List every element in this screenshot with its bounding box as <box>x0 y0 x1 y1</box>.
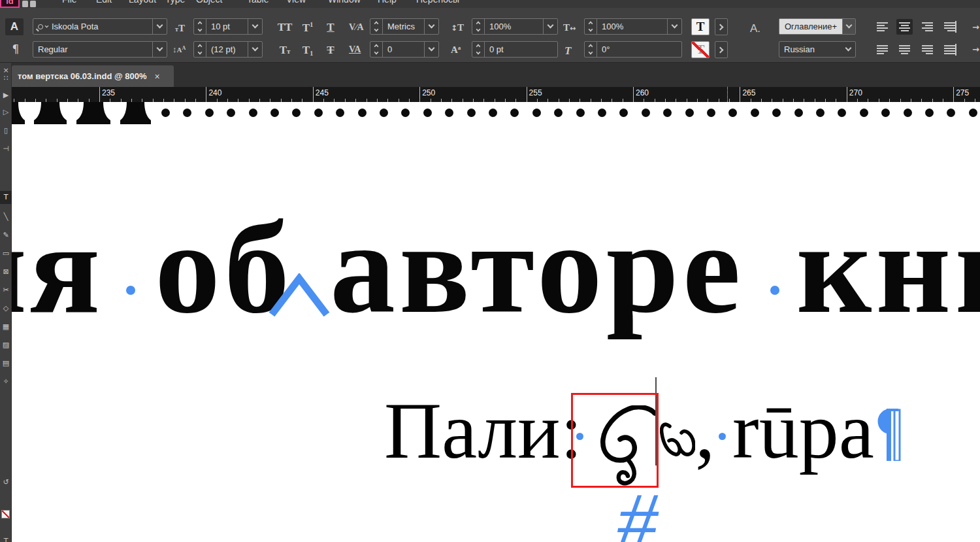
font-family-combo[interactable]: Iskoola Pota <box>33 18 167 35</box>
note-tool-icon[interactable]: ▤ <box>0 357 12 370</box>
font-style-dropdown[interactable] <box>152 42 167 57</box>
tracking-value[interactable]: 0 <box>387 44 392 54</box>
font-size-field[interactable]: 10 pt <box>193 18 263 35</box>
vertical-scale-dropdown[interactable] <box>543 19 557 34</box>
vertical-scale-value[interactable]: 100% <box>489 22 511 31</box>
baseline-shift-field[interactable]: 0 pt <box>472 41 558 58</box>
page-tool-icon[interactable]: ▯ <box>0 124 12 137</box>
kerning-field[interactable]: Metrics <box>370 18 439 35</box>
direct-selection-tool-icon[interactable]: ▷ <box>0 106 12 119</box>
font-family-dropdown[interactable] <box>152 19 167 34</box>
menu-help[interactable]: Help <box>378 0 397 5</box>
character-formatting-toggle[interactable]: A <box>5 18 24 35</box>
selection-tool-icon[interactable]: ▶ <box>0 89 12 102</box>
align-left-button[interactable] <box>874 19 890 35</box>
menu-переносы[interactable]: Переносы <box>416 0 459 5</box>
align-right-button[interactable] <box>919 19 936 35</box>
skew-field[interactable]: 0° <box>584 41 682 58</box>
justify-right-button[interactable] <box>919 42 936 58</box>
leader-dot <box>904 109 912 117</box>
menu-table[interactable]: Table <box>247 0 269 5</box>
type-tool-bottom-icon[interactable]: T <box>0 535 12 542</box>
tracking-field[interactable]: 0 <box>370 41 439 58</box>
leader-dot <box>969 109 977 117</box>
skew-stepper[interactable] <box>585 42 596 57</box>
text-fill-color-button[interactable]: T <box>691 18 710 35</box>
underline-button[interactable]: T <box>324 21 337 34</box>
vertical-scale-field[interactable]: 100% <box>472 18 558 35</box>
paragraph-style-value: Оглавление+ <box>779 19 842 34</box>
pen-tool-icon[interactable]: ✎ <box>0 229 12 242</box>
type-tool-icon[interactable]: T <box>0 191 12 204</box>
kerning-stepper[interactable] <box>370 19 382 34</box>
text-stroke-color-button[interactable]: T <box>691 41 710 58</box>
language-combo[interactable]: Russian <box>779 41 856 58</box>
menu-type[interactable]: Type <box>165 0 185 5</box>
horizontal-scale-field[interactable]: 100% <box>584 18 682 35</box>
justify-center-button[interactable] <box>896 42 913 58</box>
document-tab[interactable]: том вертска 06.03.indd @ 800% × <box>12 65 174 87</box>
leading-field[interactable]: (12 pt) <box>193 41 263 58</box>
gap-tool-icon[interactable]: ⊣ <box>0 143 12 156</box>
strikethrough-button[interactable]: T <box>324 44 337 57</box>
menu-file[interactable]: File <box>62 0 77 5</box>
indent-first-icon[interactable]: → <box>972 44 979 54</box>
all-caps-button[interactable]: TT <box>276 21 294 34</box>
kerning-dropdown[interactable] <box>424 19 438 34</box>
horizontal-scale-value[interactable]: 100% <box>602 22 623 31</box>
skew-value[interactable]: 0° <box>602 44 610 54</box>
font-style-combo[interactable]: Regular <box>33 41 167 58</box>
leading-value[interactable]: (12 pt) <box>211 44 236 54</box>
kerning-value[interactable]: Metrics <box>387 22 415 31</box>
menu-window[interactable]: Window <box>328 0 361 5</box>
fill-expand-button[interactable] <box>715 18 728 35</box>
rectangle-tool-icon[interactable]: ⊠ <box>0 265 12 279</box>
justify-left-button[interactable] <box>874 42 890 58</box>
horizontal-scale-dropdown[interactable] <box>667 19 681 34</box>
menu-edit[interactable]: Edit <box>96 0 112 5</box>
justify-all-button[interactable] <box>941 42 958 58</box>
font-family-value[interactable]: Iskoola Pota <box>52 22 99 31</box>
rotate-view-icon[interactable]: ↺ <box>0 476 12 489</box>
free-transform-tool-icon[interactable]: ◇ <box>0 302 12 315</box>
document-canvas[interactable]: и я об авторе кни Пали: , rūpa # <box>12 102 980 542</box>
gradient-feather-tool-icon[interactable]: ▨ <box>0 339 12 352</box>
menu-layout[interactable]: Layout <box>129 0 156 5</box>
superscript-button[interactable]: T1 <box>300 21 316 35</box>
align-last-right-button[interactable] <box>941 19 958 35</box>
gradient-tool-icon[interactable]: ▦ <box>0 320 12 333</box>
menu-object[interactable]: Object <box>196 0 222 5</box>
paragraph-style-combo[interactable]: Оглавление+ <box>779 18 856 35</box>
tools-panel: ×∷▶▷▯⊣T╲✎▭⊠✂◇▦▨▤✧↺T <box>0 63 12 542</box>
font-size-value[interactable]: 10 pt <box>211 22 230 31</box>
vertical-scale-stepper[interactable] <box>472 19 484 34</box>
eyedropper-tool-icon[interactable]: ✧ <box>0 375 12 388</box>
fill-stroke-swatch[interactable] <box>1 510 10 518</box>
leading-stepper[interactable] <box>194 42 206 57</box>
paragraph-style-dropdown[interactable] <box>842 19 855 34</box>
baseline-shift-value[interactable]: 0 pt <box>489 44 504 54</box>
frame-tool-icon[interactable]: ▭ <box>0 247 12 260</box>
tracking-dropdown[interactable] <box>424 42 438 57</box>
panel-grip-icon[interactable]: ∷ <box>0 72 12 85</box>
horizontal-scale-stepper[interactable] <box>585 19 596 34</box>
menu-view[interactable]: View <box>286 0 306 5</box>
subscript-button[interactable]: T1 <box>300 44 316 57</box>
line-tool-icon[interactable]: ╲ <box>0 211 12 224</box>
font-style-value[interactable]: Regular <box>38 44 68 54</box>
font-size-stepper[interactable] <box>194 19 206 34</box>
align-center-button[interactable] <box>896 19 913 35</box>
indent-left-icon[interactable]: → <box>972 22 979 32</box>
language-dropdown[interactable] <box>841 42 855 57</box>
tracking-stepper[interactable] <box>370 42 382 57</box>
stroke-expand-button[interactable] <box>715 41 728 58</box>
font-size-dropdown[interactable] <box>248 19 262 34</box>
leading-dropdown[interactable] <box>248 42 262 57</box>
leader-dot <box>860 109 868 117</box>
leader-dot <box>554 109 563 117</box>
small-caps-button[interactable]: Tт <box>276 44 294 57</box>
tab-close-icon[interactable]: × <box>155 71 160 82</box>
scissors-tool-icon[interactable]: ✂ <box>0 284 12 297</box>
baseline-shift-stepper[interactable] <box>472 42 484 57</box>
paragraph-formatting-toggle[interactable]: ¶ <box>8 41 24 57</box>
